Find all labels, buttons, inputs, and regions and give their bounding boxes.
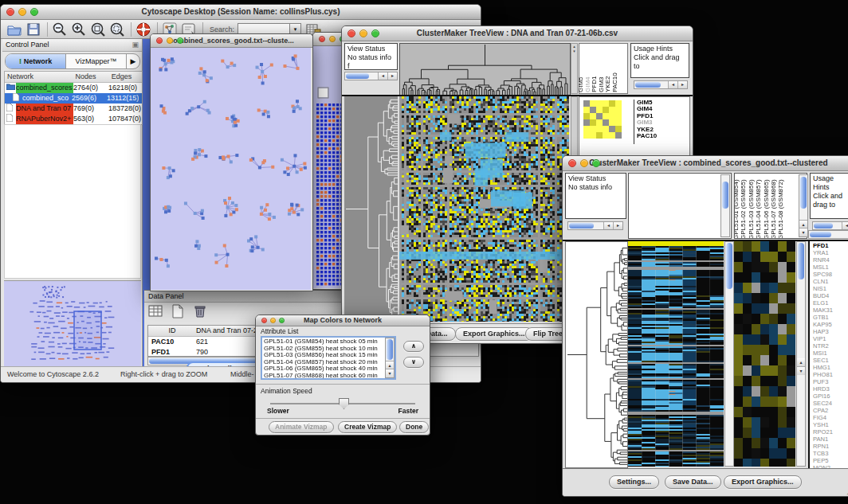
network-table-header[interactable]: Edges [109, 72, 142, 82]
zoom-window-icon[interactable] [592, 159, 600, 167]
zoom-window-icon[interactable] [279, 318, 285, 323]
data-table-header[interactable]: ID [148, 326, 193, 336]
tab-network[interactable]: ⁝ Network [6, 54, 66, 68]
gene-label-cln1[interactable]: CLN1 [813, 278, 848, 285]
float-panel-icon[interactable]: ▣ [132, 39, 139, 51]
attribute-list-item[interactable]: GPL51-07 (GSM868) heat shock 60 min [264, 373, 393, 380]
minimize-icon[interactable] [270, 318, 276, 323]
gene-label-ntr2[interactable]: NTR2 [813, 342, 848, 350]
column-label-gpl51-08-gsm872-[interactable]: GPL51-08 (GSM872) [777, 179, 784, 239]
move-attribute-up-button[interactable]: ∧ [403, 341, 424, 352]
export-graphics--button[interactable]: Export Graphics... [724, 475, 802, 489]
row-label-pac10[interactable]: PAC10 [637, 133, 657, 139]
gene-label-cpa2[interactable]: CPA2 [813, 407, 848, 414]
close-icon[interactable] [261, 318, 267, 323]
tv1-heatmap[interactable] [399, 96, 569, 322]
minimize-icon[interactable] [580, 159, 588, 167]
column-label-gpl51-01-gsm854-[interactable]: GPL51-01 (GSM854) [734, 179, 740, 239]
animation-speed-slider[interactable] [270, 403, 415, 404]
minimize-icon[interactable] [329, 36, 336, 42]
gene-label-ysh1[interactable]: YSH1 [813, 421, 848, 428]
gene-label-sec1[interactable]: SEC1 [813, 357, 848, 364]
tv1-zoom-heatmap[interactable] [583, 100, 622, 139]
network-overview-thumbnail[interactable] [4, 280, 141, 366]
gene-label-puf3[interactable]: PUF3 [813, 378, 848, 385]
column-label-pfd1[interactable]: PFD1 [591, 76, 598, 92]
gene-label-msi1[interactable]: MSI1 [813, 350, 848, 357]
zoom-window-icon[interactable] [30, 8, 38, 16]
tv2-top-vscrollbar[interactable] [720, 174, 730, 237]
network-row-combined-scores[interactable]: combined_scores2764(0)16218(0) [5, 83, 142, 93]
tv2-row-dendrogram[interactable] [565, 241, 628, 468]
tv2-column-dendrogram-area[interactable] [628, 173, 732, 239]
animate-vizmap-button[interactable]: Animate Vizmap [269, 421, 334, 433]
column-label-gpl51-06-gsm865-[interactable]: GPL51-06 (GSM865) [763, 179, 770, 239]
zoom-fit-icon[interactable] [90, 21, 108, 37]
gene-label-hrd3[interactable]: HRD3 [813, 385, 848, 393]
tv2-status-hscrollbar[interactable]: ◂▸ [567, 221, 623, 230]
network-table-header[interactable]: Network [5, 72, 73, 82]
zoom-selected-icon[interactable] [109, 21, 127, 37]
gene-label-rpo21[interactable]: RPO21 [813, 428, 848, 436]
gene-label-hap3[interactable]: HAP3 [813, 328, 848, 335]
settings--button[interactable]: Settings... [609, 475, 659, 489]
network-row-rnapubernov2-[interactable]: RNAPuberNov2+563(0)107847(0) [5, 114, 142, 124]
network-canvas[interactable] [151, 48, 311, 290]
close-icon[interactable] [6, 8, 14, 16]
gene-label-sec24[interactable]: SEC24 [813, 400, 848, 407]
column-label-gpl51-03-gsm856-[interactable]: GPL51-03 (GSM856) [748, 179, 755, 239]
attribute-listbox[interactable]: GPL51-01 (GSM854) heat shock 05 minGPL51… [261, 336, 396, 380]
gene-label-gpi16[interactable]: GPI16 [813, 393, 848, 400]
window-controls[interactable] [6, 8, 38, 16]
attribute-table-icon[interactable] [148, 304, 169, 320]
network-row-combined-sco[interactable]: combined_sco2569(6)13112(15) [5, 93, 142, 104]
save-data--button[interactable]: Save Data... [665, 475, 721, 489]
tv2-heatmap[interactable] [628, 241, 724, 467]
gene-label-nis1[interactable]: NIS1 [813, 285, 848, 292]
tv2-heat-vscrollbar[interactable] [724, 241, 734, 467]
gene-label-spc98[interactable]: SPC98 [813, 271, 848, 278]
gene-label-fig4[interactable]: FIG4 [813, 414, 848, 421]
gene-label-hmg1[interactable]: HMG1 [813, 364, 848, 371]
gene-label-pho81[interactable]: PHO81 [813, 371, 848, 378]
window-controls[interactable] [261, 318, 285, 323]
column-label-gpl51-04-gsm857-[interactable]: GPL51-04 (GSM857) [755, 179, 762, 239]
tv1-hints-hscrollbar[interactable]: ◂▸ [634, 80, 688, 89]
tab-vizmapper[interactable]: VizMapper™ [66, 54, 126, 68]
tv2-labels-vscrollbar[interactable]: ▴▾ [799, 174, 808, 237]
gene-label-rnr4[interactable]: RNR4 [813, 256, 848, 264]
network-row-dna-and-tran-07[interactable]: DNA and Tran 07769(0)183728(0) [5, 104, 142, 114]
gene-label-rpn1[interactable]: RPN1 [813, 443, 848, 450]
gene-label-pep5[interactable]: PEP5 [813, 457, 848, 464]
tv2-genes-hscrollbar[interactable] [808, 230, 848, 239]
close-icon[interactable] [347, 29, 355, 37]
export-graphics--button[interactable]: Export Graphics... [455, 327, 533, 341]
zoom-window-icon[interactable] [371, 29, 379, 37]
open-folder-icon[interactable] [6, 21, 24, 37]
tv2-zoom-heatmap[interactable] [734, 241, 795, 467]
tv2-hints-hscrollbar[interactable]: ◂ [812, 221, 848, 230]
column-label-gpl51-07-gsm868-[interactable]: GPL51-07 (GSM868) [770, 179, 777, 239]
network-table-header[interactable]: Nodes [73, 72, 108, 82]
tv1-row-dendrogram[interactable] [344, 96, 398, 322]
close-icon[interactable] [568, 159, 576, 167]
gene-label-bud4[interactable]: BUD4 [813, 292, 848, 299]
column-label-gpl51-02-gsm855-[interactable]: GPL51-02 (GSM855) [740, 179, 747, 239]
gene-label-pan1[interactable]: PAN1 [813, 436, 848, 443]
gene-label-tcb3[interactable]: TCB3 [813, 450, 848, 457]
done-button[interactable]: Done [399, 421, 429, 433]
tv1-status-hscrollbar[interactable]: ◂▸ [344, 72, 398, 80]
main-title-bar[interactable]: Cytoscape Desktop (Session Name: collins… [1, 5, 481, 20]
delete-attribute-icon[interactable] [193, 304, 214, 320]
zoom-window-icon[interactable] [177, 37, 183, 44]
attribute-list-vscrollbar[interactable]: ▴▾ [385, 338, 395, 378]
gene-label-yra1[interactable]: YRA1 [813, 249, 848, 256]
zoom-out-icon[interactable] [52, 21, 69, 37]
gene-label-gtb1[interactable]: GTB1 [813, 314, 848, 321]
minimize-icon[interactable] [359, 29, 367, 37]
column-label-gim5[interactable]: GIM5 [577, 76, 584, 92]
gene-label-kap95[interactable]: KAP95 [813, 321, 848, 328]
tv2-gene-list[interactable]: PFD1YRA1RNR4MSL1SPC98CLN1NIS1BUD4ELG1MAK… [808, 241, 848, 469]
tv2-zoom-vscrollbar[interactable]: ▴ ▾ [796, 241, 806, 467]
tab-overflow-arrow[interactable]: ▶ [126, 54, 139, 68]
